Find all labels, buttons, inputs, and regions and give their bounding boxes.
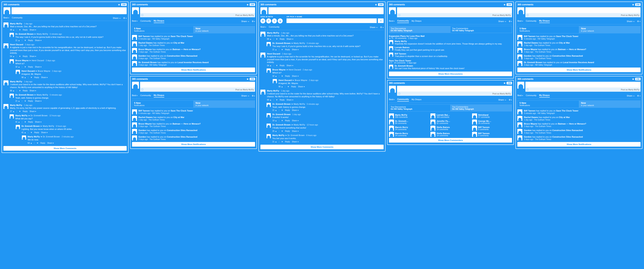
star-icon[interactable]: ★ bbox=[246, 78, 249, 80]
upvote-button[interactable]: 96 ▲ bbox=[278, 86, 283, 88]
go-button[interactable]: ➜ bbox=[378, 18, 384, 23]
reply-button[interactable]: Reply bbox=[285, 75, 290, 77]
tab-my-disqus[interactable]: My Disqus bbox=[412, 20, 422, 23]
avatar[interactable] bbox=[4, 43, 8, 48]
tab-community[interactable]: Community bbox=[526, 20, 536, 23]
avatar[interactable] bbox=[260, 90, 266, 94]
notification-item[interactable]: Rachel Dawes has replied to you on City … bbox=[517, 116, 640, 121]
reply-button[interactable]: Reply bbox=[23, 90, 28, 92]
avatar[interactable] bbox=[389, 46, 393, 50]
tab-my-disqus[interactable]: My Disqus bbox=[412, 98, 422, 101]
sort-dropdown[interactable]: Best bbox=[517, 94, 523, 97]
tab-community[interactable]: Community bbox=[397, 98, 409, 102]
sort-dropdown[interactable]: Best bbox=[389, 98, 395, 101]
reply-button[interactable]: Reply bbox=[280, 38, 285, 40]
avatar[interactable] bbox=[260, 52, 266, 58]
show-more-notifications-button[interactable]: Show More Notifications bbox=[132, 142, 255, 146]
commenter-item[interactable]: George McFly 35 comments bbox=[472, 120, 512, 124]
notification-item[interactable]: Rachel Dawes has replied to you on City … bbox=[132, 42, 255, 46]
notification-item[interactable]: Biff Tannen has replied to you on Save T… bbox=[517, 35, 640, 40]
avatar[interactable] bbox=[132, 7, 139, 14]
share-button[interactable]: Share ▾ bbox=[292, 109, 298, 111]
notification-item[interactable]: Biff Tannen has replied to you on Save T… bbox=[132, 109, 255, 114]
tab-top-commenters[interactable]: Top Commenters On Hill Valley Telegraph bbox=[450, 104, 512, 112]
reply-button[interactable]: Reply bbox=[40, 142, 45, 144]
tab-community[interactable]: Community bbox=[397, 20, 409, 23]
reply-button[interactable]: Reply bbox=[34, 76, 39, 78]
reply-button[interactable]: Reply bbox=[28, 121, 33, 123]
avatar[interactable] bbox=[4, 22, 8, 28]
star-icon[interactable]: ★ bbox=[632, 78, 634, 80]
star-icon[interactable]: ★ bbox=[246, 3, 249, 6]
upvote-button[interactable]: 21 ▲ bbox=[272, 48, 277, 51]
share-button[interactable]: Share ▾ bbox=[30, 90, 36, 92]
downvote-button[interactable]: ▼ bbox=[30, 76, 32, 78]
twitter-icon[interactable]: t bbox=[272, 18, 277, 24]
notif-tab-new[interactable]: 5 New Notifications bbox=[517, 26, 579, 34]
avatar[interactable] bbox=[266, 134, 271, 138]
tab-my-disqus[interactable]: My Disqus bbox=[539, 20, 550, 23]
compose-input[interactable]: ☐ Post as Marty McFly bbox=[140, 7, 255, 17]
notif-tab-new[interactable]: 5 New Notifications bbox=[517, 100, 579, 108]
show-more-notifications-button[interactable]: Show More Notifications bbox=[517, 142, 640, 146]
notif-tab-now[interactable]: Now in your network bbox=[579, 100, 640, 108]
upvote-button[interactable]: 21 ▲ bbox=[272, 141, 277, 143]
reply-button[interactable]: Reply bbox=[280, 99, 285, 101]
avatar[interactable] bbox=[389, 52, 393, 57]
share-button[interactable]: Share ▾ bbox=[292, 130, 298, 132]
upvote-button[interactable]: 25 ▲ bbox=[272, 130, 277, 132]
upvote-button[interactable]: 88 ▲ bbox=[10, 90, 14, 92]
share-button[interactable]: Share ▾ bbox=[35, 39, 42, 42]
notification-item[interactable]: Rachel Dawes has replied to you on City … bbox=[517, 42, 640, 46]
compose-input[interactable]: ☐ Post as Marty McFly bbox=[526, 82, 640, 92]
compose-input[interactable]: ☐ Post as Marty McFly bbox=[526, 7, 640, 17]
upvote-button[interactable]: 21 ▲ bbox=[272, 109, 277, 111]
avatar[interactable] bbox=[22, 136, 26, 140]
tab-community[interactable]: Community bbox=[269, 26, 280, 29]
post-as-button[interactable]: Post as Marty McFly bbox=[621, 89, 640, 91]
show-more-comments-button[interactable]: Show More Comments bbox=[4, 146, 127, 150]
post-as-button[interactable]: Post as Marty McFly bbox=[621, 14, 640, 16]
downvote-button[interactable]: ▼ bbox=[281, 141, 283, 143]
google-icon[interactable]: g bbox=[278, 18, 283, 24]
share-button[interactable]: Share ▾ bbox=[292, 48, 298, 51]
notif-tab-new[interactable]: 5 New Notifications bbox=[132, 100, 194, 108]
sort-dropdown[interactable]: Best bbox=[517, 20, 523, 23]
upvote-button[interactable]: 41 ▲ bbox=[15, 121, 20, 123]
notif-tab-new[interactable]: 5 New Notifications bbox=[132, 26, 194, 34]
reply-button[interactable]: Reply bbox=[23, 29, 28, 31]
upvote-button[interactable]: 96 ▲ bbox=[22, 76, 26, 78]
downvote-button[interactable]: ▼ bbox=[19, 55, 21, 57]
avatar[interactable] bbox=[260, 7, 267, 14]
compose-input[interactable]: ☐ Post as Marty McFly bbox=[140, 82, 255, 92]
commenter-item[interactable]: Marty McFly 200 comments bbox=[389, 114, 429, 118]
avatar[interactable] bbox=[389, 40, 393, 44]
share-button[interactable]: Share bbox=[498, 98, 506, 101]
avatar[interactable] bbox=[266, 124, 271, 128]
upvote-button[interactable]: 21 ▲ bbox=[15, 100, 20, 102]
avatar[interactable] bbox=[16, 70, 20, 74]
tab-community[interactable]: Community bbox=[140, 94, 151, 97]
notif-tab-now[interactable]: Now in your network bbox=[194, 26, 255, 34]
share-button[interactable]: Share ▾ bbox=[286, 38, 293, 40]
reply-button[interactable]: Reply bbox=[34, 132, 39, 134]
share-button[interactable]: Share ▾ bbox=[35, 121, 42, 123]
notification-item[interactable]: Rachel Dawes has replied to you on City … bbox=[132, 116, 255, 121]
share-button[interactable]: Share ▾ bbox=[292, 141, 298, 143]
star-icon[interactable]: ★ bbox=[503, 82, 506, 84]
reply-button[interactable]: Reply bbox=[285, 48, 290, 51]
share-button[interactable]: Share ▾ bbox=[30, 55, 36, 57]
reply-button[interactable]: Reply bbox=[280, 64, 285, 66]
downvote-button[interactable]: ▼ bbox=[281, 75, 283, 77]
avatar[interactable] bbox=[10, 33, 14, 37]
commenter-item[interactable]: Stella Baines 14 comments bbox=[430, 126, 470, 131]
notification-item[interactable]: Biff Tannen has replied to you on Save T… bbox=[132, 35, 255, 40]
downvote-button[interactable]: ▼ bbox=[281, 48, 283, 51]
share-button[interactable]: Share ▾ bbox=[286, 64, 293, 66]
sort-dropdown[interactable]: Best bbox=[132, 20, 138, 23]
avatar[interactable] bbox=[10, 59, 14, 64]
image-icon[interactable]: ☐ bbox=[526, 14, 529, 16]
share-button[interactable]: Share ▾ bbox=[30, 29, 36, 31]
notification-item[interactable]: Dr. Emmett Brown has replied to you on L… bbox=[132, 61, 255, 66]
downvote-button[interactable]: ▼ bbox=[24, 121, 26, 123]
